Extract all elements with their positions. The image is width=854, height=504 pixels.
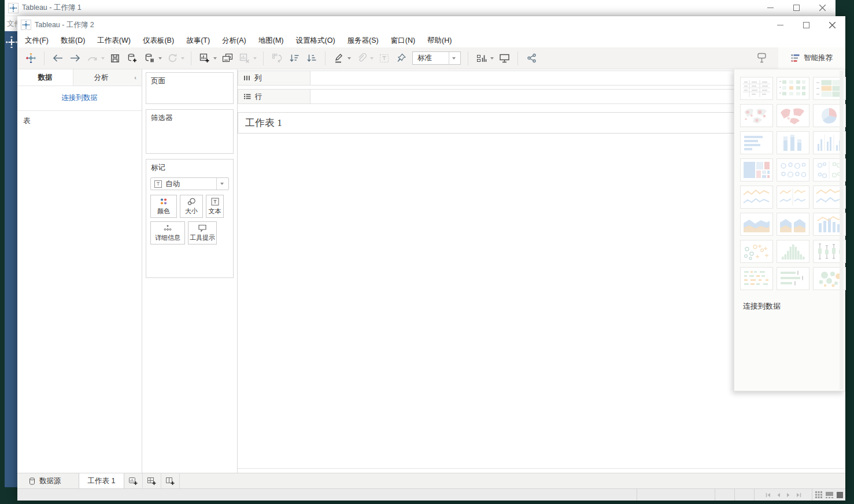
workbook1-minimize-button[interactable]	[757, 0, 783, 16]
presentation-mode-button[interactable]	[497, 51, 511, 66]
clear-sheet-button[interactable]	[238, 51, 252, 66]
last-sheet-icon[interactable]	[796, 492, 801, 498]
fix-axes-button[interactable]	[394, 51, 408, 66]
show-mark-labels-button[interactable]	[475, 51, 489, 66]
menu-format[interactable]: 设置格式(O)	[296, 36, 335, 46]
back-button[interactable]	[51, 51, 65, 66]
showme-thumb-stacked-bars[interactable]	[777, 131, 809, 154]
filmstrip-icon[interactable]	[826, 491, 833, 498]
filters-card[interactable]: 筛选器	[146, 109, 234, 154]
showme-thumb-histogram[interactable]	[777, 240, 809, 263]
first-sheet-icon[interactable]	[766, 492, 771, 498]
next-sheet-icon[interactable]	[786, 492, 790, 498]
show-tabs-icon[interactable]	[837, 492, 843, 498]
previous-sheet-icon[interactable]	[777, 492, 781, 498]
titlebar[interactable]: Tableau - 工作簿 2	[17, 16, 845, 34]
redo-button[interactable]	[86, 51, 99, 66]
save-button[interactable]	[108, 51, 122, 66]
color-button[interactable]: 颜色	[150, 195, 177, 218]
menu-data[interactable]: 数据(D)	[61, 36, 85, 46]
sort-descending-button[interactable]	[305, 51, 319, 66]
group-members-dropdown-caret[interactable]	[370, 57, 374, 60]
menu-server[interactable]: 服务器(S)	[347, 36, 379, 46]
text-button[interactable]: 文本	[206, 195, 224, 218]
menu-map[interactable]: 地图(M)	[258, 36, 284, 46]
showme-thumb-heatmap[interactable]	[777, 77, 809, 100]
show-me-scrollbar[interactable]	[840, 71, 844, 390]
menu-file[interactable]: 文件(F)	[25, 36, 49, 46]
connect-to-data-link[interactable]: 连接到数据	[61, 94, 98, 102]
new-dashboard-tab-button[interactable]	[143, 473, 161, 488]
text-button-label: 文本	[209, 207, 221, 216]
mark-type-dropdown[interactable]: T 自动	[150, 177, 229, 190]
new-worksheet-tab-button[interactable]	[124, 473, 143, 488]
showme-thumb-symbol-map[interactable]	[740, 104, 773, 127]
showme-thumb-circle-views[interactable]	[777, 158, 809, 181]
clear-sheet-dropdown-caret[interactable]	[253, 57, 257, 60]
menu-analysis[interactable]: 分析(A)	[222, 36, 246, 46]
new-worksheet-dropdown-caret[interactable]	[213, 57, 217, 60]
sheet-sorter-icon[interactable]	[815, 491, 822, 498]
pause-auto-updates-button[interactable]	[143, 51, 157, 66]
pause-updates-dropdown-caret[interactable]	[158, 57, 162, 60]
toolbar-separator	[468, 51, 468, 65]
showme-thumb-scatter-plot[interactable]	[740, 240, 773, 263]
showme-thumb-treemap[interactable]	[740, 158, 773, 181]
data-source-tab[interactable]: 数据源	[22, 473, 79, 488]
maximize-icon	[803, 22, 809, 28]
mark-type-value: 自动	[165, 179, 216, 189]
showme-thumb-bullet-graphs[interactable]	[777, 267, 809, 290]
run-update-dropdown-caret[interactable]	[181, 57, 184, 60]
menu-help[interactable]: 帮助(H)	[427, 36, 452, 46]
minimize-button[interactable]	[767, 16, 793, 34]
swap-rows-columns-button[interactable]	[270, 51, 284, 66]
maximize-button[interactable]	[793, 16, 819, 34]
run-update-button[interactable]	[165, 51, 179, 66]
duplicate-sheet-button[interactable]	[220, 51, 234, 66]
show-me-button[interactable]: 智能推荐	[778, 47, 845, 69]
show-mark-labels-frame-button[interactable]	[377, 51, 391, 66]
menu-story[interactable]: 故事(T)	[186, 36, 210, 46]
menu-worksheet[interactable]: 工作表(W)	[97, 36, 131, 46]
fit-selector[interactable]: 标准	[412, 51, 461, 65]
showme-thumb-gantt[interactable]	[740, 267, 773, 290]
share-button[interactable]	[524, 51, 538, 66]
menu-window[interactable]: 窗口(N)	[391, 36, 415, 46]
pages-card[interactable]: 页面	[146, 72, 234, 104]
fit-selector-dropdown[interactable]	[449, 52, 460, 64]
show-me-signpost-icon[interactable]	[755, 51, 769, 66]
showme-thumb-continuous-area[interactable]	[740, 213, 773, 236]
new-worksheet-button[interactable]	[198, 51, 212, 66]
tab-data[interactable]: 数据	[17, 69, 73, 86]
show-me-icon	[791, 54, 800, 62]
showme-thumb-discrete-area[interactable]	[777, 213, 809, 236]
showme-thumb-continuous-lines[interactable]	[740, 186, 773, 209]
showme-thumb-discrete-lines[interactable]	[777, 186, 809, 209]
new-story-tab-button[interactable]	[161, 473, 180, 488]
sheet-nav-controls	[754, 489, 812, 501]
mark-type-caret[interactable]	[216, 178, 228, 190]
redo-dropdown-caret[interactable]	[101, 57, 105, 60]
detail-button[interactable]: 详细信息	[150, 221, 185, 244]
showme-thumb-horizontal-bars[interactable]	[740, 131, 773, 154]
workbook1-close-button[interactable]	[809, 0, 835, 16]
size-button[interactable]: 大小	[180, 195, 203, 218]
highlight-dropdown-caret[interactable]	[347, 57, 351, 60]
sheet1-tab[interactable]: 工作表 1	[79, 473, 125, 488]
group-members-button[interactable]	[354, 51, 368, 66]
menu-dashboard[interactable]: 仪表板(B)	[143, 36, 174, 46]
new-data-source-button[interactable]	[125, 51, 139, 66]
sort-ascending-button[interactable]	[287, 51, 301, 66]
pages-card-label: 页面	[146, 73, 233, 90]
close-button[interactable]	[819, 16, 845, 34]
showme-thumb-filled-map[interactable]	[777, 104, 809, 127]
tableau-logo-icon[interactable]	[24, 51, 38, 66]
tab-analytics[interactable]: 分析	[73, 69, 129, 86]
showme-thumb-text-table[interactable]	[740, 77, 773, 100]
workbook1-maximize-button[interactable]	[783, 0, 809, 16]
forward-button[interactable]	[68, 51, 82, 66]
highlight-button[interactable]	[332, 51, 346, 66]
tooltip-button[interactable]: 工具提示	[188, 221, 217, 244]
collapse-pane-button[interactable]: ‹	[129, 69, 142, 86]
show-mark-labels-dropdown-caret[interactable]	[490, 57, 494, 60]
